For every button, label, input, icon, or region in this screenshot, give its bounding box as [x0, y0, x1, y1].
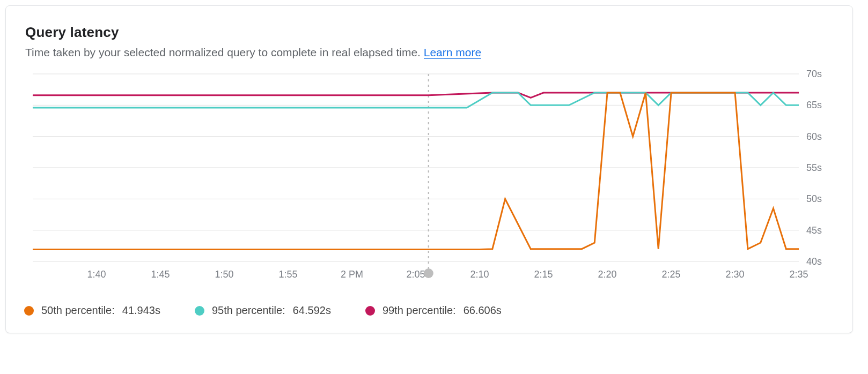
svg-text:1:40: 1:40	[87, 269, 106, 280]
svg-text:60s: 60s	[806, 131, 822, 142]
legend-swatch-99th	[365, 306, 375, 316]
svg-text:2:15: 2:15	[534, 269, 553, 280]
svg-text:2:35: 2:35	[790, 269, 808, 280]
svg-text:2:10: 2:10	[470, 269, 489, 280]
legend-swatch-50th	[24, 306, 34, 316]
series-50th	[33, 93, 799, 249]
legend-item-50th[interactable]: 50th percentile: 41.943s	[24, 304, 160, 317]
svg-text:40s: 40s	[806, 256, 822, 267]
legend-swatch-95th	[195, 306, 204, 316]
subtitle-text: Time taken by your selected normalized q…	[25, 46, 424, 58]
svg-text:2:25: 2:25	[662, 269, 681, 280]
svg-text:2:20: 2:20	[598, 269, 617, 280]
svg-text:1:45: 1:45	[151, 269, 170, 280]
svg-text:2:30: 2:30	[726, 269, 745, 280]
svg-text:2 PM: 2 PM	[341, 269, 363, 280]
chart-gridlines	[33, 74, 799, 261]
chart-title: Query latency	[25, 24, 833, 41]
svg-text:55s: 55s	[806, 162, 822, 173]
svg-text:2:05: 2:05	[407, 269, 425, 280]
svg-text:45s: 45s	[806, 225, 822, 236]
svg-text:1:55: 1:55	[279, 269, 298, 280]
time-cursor-handle[interactable]	[424, 268, 433, 278]
svg-text:65s: 65s	[806, 100, 822, 110]
svg-text:50s: 50s	[806, 193, 822, 204]
chart-subtitle: Time taken by your selected normalized q…	[25, 46, 833, 59]
legend-value-95th: 64.592s	[293, 304, 331, 317]
legend-label-50th: 50th percentile:	[41, 304, 115, 317]
legend-item-99th[interactable]: 99th percentile: 66.606s	[365, 304, 502, 317]
chart-svg: 40s45s50s55s60s65s70s 1:401:451:501:552 …	[17, 69, 842, 294]
legend-item-95th[interactable]: 95th percentile: 64.592s	[195, 304, 331, 317]
x-axis-ticks: 1:401:451:501:552 PM2:052:102:152:202:25…	[87, 269, 808, 280]
chart-legend: 50th percentile: 41.943s 95th percentile…	[24, 304, 834, 317]
svg-text:1:50: 1:50	[215, 269, 234, 280]
legend-label-99th: 99th percentile:	[382, 304, 456, 317]
svg-text:70s: 70s	[806, 69, 822, 79]
legend-value-99th: 66.606s	[464, 304, 502, 317]
query-latency-card: Query latency Time taken by your selecte…	[5, 5, 853, 333]
latency-line-chart[interactable]: 40s45s50s55s60s65s70s 1:401:451:501:552 …	[17, 69, 842, 294]
learn-more-link[interactable]: Learn more	[424, 46, 481, 59]
legend-label-95th: 95th percentile:	[212, 304, 285, 317]
legend-value-50th: 41.943s	[122, 304, 160, 317]
y-axis-ticks: 40s45s50s55s60s65s70s	[806, 69, 822, 267]
